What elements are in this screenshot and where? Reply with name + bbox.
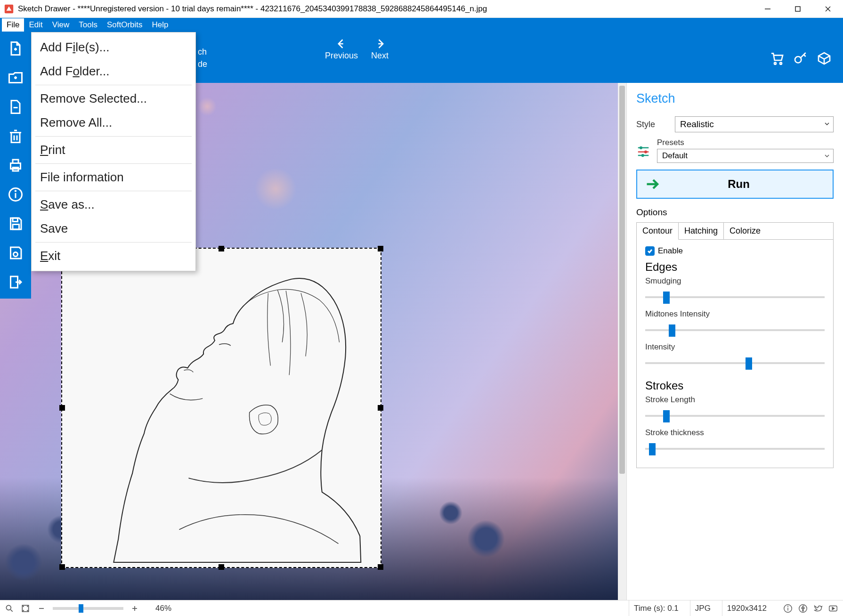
svg-point-22 bbox=[788, 606, 788, 606]
enable-label: Enable bbox=[658, 246, 683, 256]
tab-contour[interactable]: Contour bbox=[637, 223, 679, 240]
svg-rect-36 bbox=[13, 160, 18, 163]
canvas-scrollbar[interactable] bbox=[618, 83, 626, 600]
options-label: Options bbox=[636, 207, 834, 218]
menu-add-files[interactable]: Add File(s)... bbox=[32, 35, 195, 59]
menu-help[interactable]: Help bbox=[147, 18, 173, 32]
style-select[interactable]: Realistic bbox=[675, 116, 834, 132]
intensity-slider[interactable] bbox=[645, 354, 825, 373]
cube-icon[interactable] bbox=[817, 51, 832, 66]
menu-edit[interactable]: Edit bbox=[24, 18, 47, 32]
svg-point-43 bbox=[14, 252, 18, 257]
chevron-down-icon bbox=[824, 153, 830, 159]
svg-point-6 bbox=[780, 63, 782, 65]
svg-point-14 bbox=[6, 605, 11, 610]
previous-button[interactable]: Previous bbox=[325, 32, 358, 61]
tab-hatching[interactable]: Hatching bbox=[679, 223, 724, 240]
save-button[interactable] bbox=[0, 239, 31, 267]
edges-heading: Edges bbox=[645, 260, 825, 274]
svg-point-40 bbox=[15, 191, 16, 192]
exit-button[interactable] bbox=[0, 268, 31, 296]
stroke-length-slider[interactable] bbox=[645, 406, 825, 425]
stroke-length-label: Stroke Length bbox=[645, 395, 825, 405]
sketch-preview bbox=[62, 249, 381, 567]
svg-point-13 bbox=[641, 154, 644, 156]
maximize-button[interactable] bbox=[783, 0, 813, 17]
sliders-icon[interactable] bbox=[636, 144, 650, 158]
menu-remove-all[interactable]: Remove All... bbox=[32, 111, 195, 135]
zoom-in-icon[interactable] bbox=[130, 604, 139, 613]
svg-rect-41 bbox=[13, 218, 18, 222]
svg-point-5 bbox=[774, 63, 776, 65]
midtones-slider[interactable] bbox=[645, 321, 825, 340]
run-label: Run bbox=[669, 178, 833, 191]
status-dims: 1920x3412 bbox=[722, 600, 771, 616]
remove-all-button[interactable] bbox=[0, 122, 31, 150]
tab-colorize[interactable]: Colorize bbox=[724, 223, 833, 240]
menu-softorbits[interactable]: SoftOrbits bbox=[102, 18, 147, 32]
intensity-label: Intensity bbox=[645, 342, 825, 352]
ribbon-partial-label-bottom: de bbox=[198, 59, 207, 69]
twitter-icon[interactable] bbox=[813, 603, 823, 614]
presets-value: Default bbox=[662, 151, 688, 161]
stroke-thickness-slider[interactable] bbox=[645, 439, 825, 458]
menu-remove-selected[interactable]: Remove Selected... bbox=[32, 87, 195, 111]
smudging-label: Smudging bbox=[645, 276, 825, 286]
key-icon[interactable] bbox=[793, 51, 808, 66]
ribbon-partial-label-top: ch bbox=[198, 47, 207, 57]
file-info-button[interactable] bbox=[0, 181, 31, 208]
menu-file-info[interactable]: File information bbox=[32, 165, 195, 189]
next-label: Next bbox=[371, 51, 389, 61]
menubar: File Edit View Tools SoftOrbits Help bbox=[0, 18, 843, 32]
add-file-button[interactable] bbox=[0, 35, 31, 62]
statusbar: 46% Time (s): 0.1 JPG 1920x3412 bbox=[0, 600, 843, 616]
menu-save-as[interactable]: Save as... bbox=[32, 193, 195, 217]
sketch-heading: Sketch bbox=[636, 91, 834, 106]
menu-print[interactable]: Print bbox=[32, 138, 195, 162]
menu-exit[interactable]: Exit bbox=[32, 244, 195, 268]
stroke-thickness-label: Stroke thickness bbox=[645, 428, 825, 438]
cart-icon[interactable] bbox=[770, 51, 785, 66]
menu-save[interactable]: Save bbox=[32, 217, 195, 241]
enable-checkbox[interactable] bbox=[645, 246, 655, 256]
previous-label: Previous bbox=[325, 51, 358, 61]
menu-tools[interactable]: Tools bbox=[74, 18, 102, 32]
run-button[interactable]: Run bbox=[636, 170, 834, 199]
save-as-button[interactable] bbox=[0, 210, 31, 237]
chevron-down-icon bbox=[824, 121, 830, 127]
info-icon[interactable] bbox=[783, 603, 793, 614]
tab-body: Enable Edges Smudging Midtones Intensity… bbox=[636, 240, 834, 468]
file-menu-dropdown: Add File(s)... Add Folder... Remove Sele… bbox=[31, 32, 196, 271]
close-button[interactable] bbox=[813, 0, 843, 17]
arrow-right-icon bbox=[373, 37, 387, 51]
status-time: Time (s): 0.1 bbox=[629, 600, 683, 616]
window-title: Sketch Drawer - ****Unregistered version… bbox=[18, 4, 487, 14]
minimize-button[interactable] bbox=[753, 0, 783, 17]
fit-screen-icon[interactable] bbox=[21, 604, 30, 613]
add-folder-button[interactable] bbox=[0, 64, 31, 91]
remove-selected-button[interactable] bbox=[0, 93, 31, 121]
zoom-tool-icon[interactable] bbox=[5, 604, 14, 613]
vertical-toolbar bbox=[0, 32, 31, 299]
next-button[interactable]: Next bbox=[371, 32, 389, 61]
presets-label: Presets bbox=[657, 138, 834, 147]
smudging-slider[interactable] bbox=[645, 288, 825, 307]
selection-rect[interactable] bbox=[61, 248, 381, 568]
style-value: Realistic bbox=[680, 119, 714, 130]
svg-rect-30 bbox=[11, 133, 20, 143]
sketch-panel: Sketch Style Realistic Presets Default R… bbox=[626, 83, 843, 600]
svg-point-9 bbox=[640, 146, 642, 149]
facebook-icon[interactable] bbox=[798, 603, 808, 614]
svg-rect-2 bbox=[795, 7, 800, 11]
menu-view[interactable]: View bbox=[48, 18, 74, 32]
menu-file[interactable]: File bbox=[2, 18, 24, 32]
print-button[interactable] bbox=[0, 152, 31, 179]
midtones-label: Midtones Intensity bbox=[645, 309, 825, 319]
presets-select[interactable]: Default bbox=[657, 149, 834, 163]
zoom-slider[interactable] bbox=[53, 607, 123, 610]
svg-line-15 bbox=[11, 609, 13, 611]
youtube-icon[interactable] bbox=[828, 603, 838, 614]
menu-add-folder[interactable]: Add Folder... bbox=[32, 59, 195, 83]
options-tabs: Contour Hatching Colorize bbox=[636, 222, 834, 240]
zoom-out-icon[interactable] bbox=[37, 604, 46, 613]
